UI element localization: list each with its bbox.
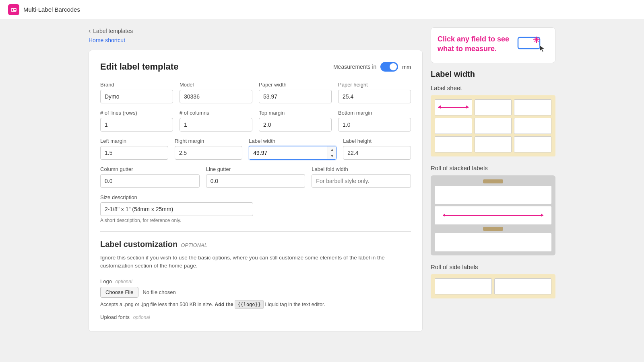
label-cell-3 <box>514 99 551 115</box>
top-margin-input[interactable] <box>259 118 332 132</box>
measurements-toggle: Measurements in mm <box>333 62 411 72</box>
label-width-spinner-container: ▲ ▼ <box>249 146 336 160</box>
file-upload-row: Choose File No file chosen <box>100 287 411 298</box>
section-divider <box>100 231 411 232</box>
right-panel: Click any field to see what to measure. <box>431 27 555 354</box>
back-arrow-icon: ‹ <box>89 27 91 35</box>
model-input[interactable] <box>180 90 252 103</box>
label-cell-2 <box>475 99 512 115</box>
roll-label-1 <box>435 186 551 204</box>
main-content: ‹ Label templates Home shortcut Edit lab… <box>89 27 423 354</box>
bottom-margin-label: Bottom margin <box>338 110 411 116</box>
hint-illustration-svg <box>516 34 549 56</box>
label-sheet-subtitle: Label sheet <box>431 84 555 91</box>
hint-text: Click any field to see what to measure. <box>438 34 510 54</box>
label-height-label: Label height <box>343 138 411 144</box>
label-height-group: Label height <box>343 138 411 160</box>
paper-width-input[interactable] <box>259 90 332 103</box>
label-cell-4 <box>435 118 472 134</box>
label-cell-6 <box>514 118 551 134</box>
home-shortcut-link[interactable]: Home shortcut <box>89 37 423 43</box>
column-gutter-label: Column gutter <box>100 166 200 172</box>
app-title: Multi-Label Barcodes <box>23 6 80 13</box>
hint-illustration <box>516 34 549 56</box>
num-lines-group: # of lines (rows) <box>100 110 173 132</box>
label-cell-1 <box>435 99 472 115</box>
topbar: Multi-Label Barcodes <box>0 0 644 19</box>
svg-rect-2 <box>14 9 16 10</box>
paper-width-label: Paper width <box>259 82 332 88</box>
top-margin-group: Top margin <box>259 110 332 132</box>
label-width-title: Label width <box>431 70 555 79</box>
size-desc-input[interactable] <box>100 202 253 216</box>
roll-tab-top <box>483 179 503 183</box>
line-gutter-input[interactable] <box>206 174 305 188</box>
num-columns-input[interactable] <box>180 118 252 132</box>
choose-file-button[interactable]: Choose File <box>100 287 138 298</box>
label-cell-5 <box>475 118 512 134</box>
label-height-input[interactable] <box>343 146 411 160</box>
logo-code-tag: {{logo}} <box>235 300 264 309</box>
model-group: Model <box>180 82 252 103</box>
row-4-grid: Column gutter Line gutter Label fold wid… <box>100 166 411 188</box>
roll-side-diagram <box>431 274 555 298</box>
paper-height-group: Paper height <box>338 82 411 103</box>
row-2-grid: # of lines (rows) # of columns Top margi… <box>100 110 411 132</box>
logo-field-label: Logo optional <box>100 278 411 284</box>
hint-card: Click any field to see what to measure. <box>431 27 555 63</box>
label-width-section: Label width Label sheet Roll o <box>431 70 555 298</box>
row-3-grid: Left margin Right margin Label width ▲ ▼ <box>100 138 411 160</box>
line-gutter-label: Line gutter <box>206 166 305 172</box>
bottom-margin-group: Bottom margin <box>338 110 411 132</box>
form-header: Edit label template Measurements in mm <box>100 62 411 72</box>
brand-input[interactable] <box>100 90 173 103</box>
roll-label-2 <box>435 206 551 224</box>
row-1-grid: Brand Model Paper width Paper height <box>100 82 411 103</box>
label-width-decrement[interactable]: ▼ <box>328 153 336 159</box>
size-desc-group: Size description A short description, fo… <box>100 194 411 223</box>
roll-tab-bottom <box>483 227 503 231</box>
num-lines-label: # of lines (rows) <box>100 110 173 116</box>
customization-title: Label customization <box>100 240 178 249</box>
upload-fonts-label: Upload fonts optional <box>100 314 150 320</box>
left-margin-group: Left margin <box>100 138 168 160</box>
breadcrumb-link[interactable]: Label templates <box>93 28 133 34</box>
label-width-increment[interactable]: ▲ <box>328 146 336 153</box>
label-cell-7 <box>435 136 472 152</box>
file-hint: Accepts a .png or .jpg file less than 50… <box>100 300 411 309</box>
unit-toggle[interactable] <box>380 62 398 72</box>
label-sheet-diagram <box>431 95 555 156</box>
roll-stacked-diagram <box>431 175 555 255</box>
label-width-label: Label width <box>249 138 336 144</box>
form-card: Edit label template Measurements in mm B… <box>89 50 423 332</box>
size-desc-helper: A short description, for reference only. <box>100 218 411 223</box>
model-label: Model <box>180 82 252 88</box>
label-width-group: Label width ▲ ▼ <box>249 138 336 160</box>
num-lines-input[interactable] <box>100 118 173 132</box>
left-margin-input[interactable] <box>100 146 168 160</box>
upload-fonts-optional: optional <box>133 315 150 320</box>
label-width-input[interactable] <box>249 146 328 159</box>
label-fold-input[interactable] <box>312 174 411 188</box>
roll-stacked-subtitle: Roll of stacked labels <box>431 165 555 171</box>
label-cell-8 <box>475 136 512 152</box>
form-title: Edit label template <box>100 62 178 72</box>
roll-side-cell-1 <box>435 278 492 294</box>
brand-group: Brand <box>100 82 173 103</box>
label-cell-9 <box>514 136 551 152</box>
label-width-spinners: ▲ ▼ <box>328 146 336 159</box>
customization-optional-tag: OPTIONAL <box>181 242 207 248</box>
paper-width-group: Paper width <box>259 82 332 103</box>
app-logo <box>8 4 19 15</box>
bottom-margin-input[interactable] <box>338 118 411 132</box>
label-fold-group: Label fold width <box>312 166 411 188</box>
paper-height-label: Paper height <box>338 82 411 88</box>
roll-side-subtitle: Roll of side labels <box>431 263 555 270</box>
logo-section: Logo optional Choose File No file chosen… <box>100 278 411 309</box>
measurements-label: Measurements in <box>333 64 376 70</box>
size-desc-label: Size description <box>100 194 411 200</box>
paper-height-input[interactable] <box>338 90 411 103</box>
unit-label: mm <box>402 64 411 70</box>
right-margin-input[interactable] <box>175 146 243 160</box>
column-gutter-input[interactable] <box>100 174 200 188</box>
